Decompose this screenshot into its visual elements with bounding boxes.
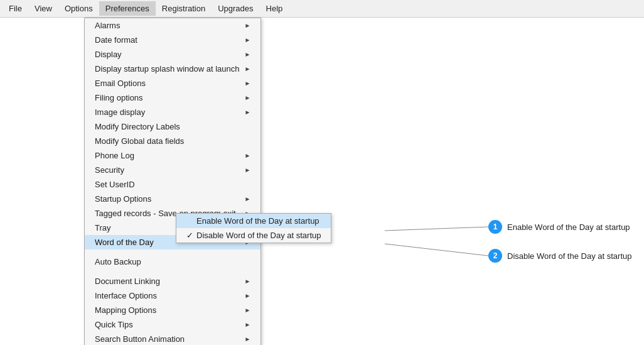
menubar-help[interactable]: Help — [260, 1, 289, 16]
svg-line-0 — [385, 227, 488, 231]
menu-item-security[interactable]: Security ► — [85, 163, 260, 177]
menu-item-email-options[interactable]: Email Options ► — [85, 76, 260, 90]
menu-item-auto-backup[interactable]: Auto Backup — [85, 255, 260, 269]
menubar-options[interactable]: Options — [58, 1, 99, 16]
menu-item-startup-options[interactable]: Startup Options ► — [85, 192, 260, 206]
preferences-dropdown: Alarms ► Date format ► Display ► Display… — [84, 18, 261, 345]
menu-item-filing-options[interactable]: Filing options ► — [85, 90, 260, 105]
arrow-icon: ► — [245, 336, 251, 342]
callout-text-2: Disable Word of the Day at startup — [507, 251, 631, 261]
arrow-icon: ► — [245, 65, 251, 72]
menu-item-phone-log[interactable]: Phone Log ► — [85, 148, 260, 163]
menu-item-modify-dir[interactable]: Modify Directory Labels — [85, 119, 260, 134]
menu-item-set-userid[interactable]: Set UserID — [85, 177, 260, 192]
submenu-disable-word[interactable]: ✓ Disable Word of the Day at startup — [176, 228, 331, 243]
arrow-icon: ► — [245, 51, 251, 58]
arrow-icon: ► — [245, 307, 251, 314]
menu-item-date-format[interactable]: Date format ► — [85, 33, 260, 47]
menu-item-modify-global[interactable]: Modify Global data fields — [85, 134, 260, 148]
callout-badge-1: 1 — [488, 220, 502, 234]
menu-item-mapping-options[interactable]: Mapping Options ► — [85, 303, 260, 317]
arrow-icon: ► — [245, 109, 251, 116]
menu-item-image-display[interactable]: Image display ► — [85, 105, 260, 119]
arrow-icon: ► — [245, 80, 251, 87]
arrow-icon: ► — [245, 152, 251, 159]
menu-separator2 — [85, 269, 260, 274]
arrow-icon: ► — [245, 167, 251, 173]
menubar-view[interactable]: View — [28, 1, 58, 16]
callout-text-1: Enable Word of the Day at startup — [507, 222, 630, 232]
menu-separator — [85, 249, 260, 255]
callout-badge-2: 2 — [488, 249, 502, 263]
arrow-icon: ► — [245, 321, 251, 328]
main-area: Alarms ► Date format ► Display ► Display… — [0, 18, 644, 345]
menubar-upgrades[interactable]: Upgrades — [212, 1, 259, 16]
arrow-icon: ► — [245, 94, 251, 101]
arrow-icon: ► — [245, 36, 251, 43]
svg-line-1 — [385, 244, 488, 256]
menu-item-interface-options[interactable]: Interface Options ► — [85, 288, 260, 303]
arrow-icon: ► — [245, 195, 251, 202]
menubar: File View Options Preferences Registrati… — [0, 0, 644, 18]
menu-item-alarms[interactable]: Alarms ► — [85, 18, 260, 33]
menubar-registration[interactable]: Registration — [156, 1, 212, 16]
arrow-icon: ► — [245, 22, 251, 29]
submenu-enable-word[interactable]: Enable Word of the Day at startup — [176, 214, 331, 228]
menubar-file[interactable]: File — [3, 1, 28, 16]
word-of-day-submenu: Enable Word of the Day at startup ✓ Disa… — [176, 213, 331, 243]
checkmark-checked: ✓ — [186, 231, 196, 240]
arrow-icon: ► — [245, 292, 251, 299]
menubar-preferences[interactable]: Preferences — [99, 1, 156, 16]
menu-item-doc-linking[interactable]: Document Linking ► — [85, 274, 260, 288]
menu-item-startup-splash[interactable]: Display startup splash window at launch … — [85, 62, 260, 76]
checkmark-empty — [186, 216, 196, 226]
menu-item-quick-tips[interactable]: Quick Tips ► — [85, 317, 260, 332]
arrow-icon: ► — [245, 278, 251, 285]
menu-item-display[interactable]: Display ► — [85, 47, 260, 62]
menu-item-search-button-animation[interactable]: Search Button Animation ► — [85, 332, 260, 345]
